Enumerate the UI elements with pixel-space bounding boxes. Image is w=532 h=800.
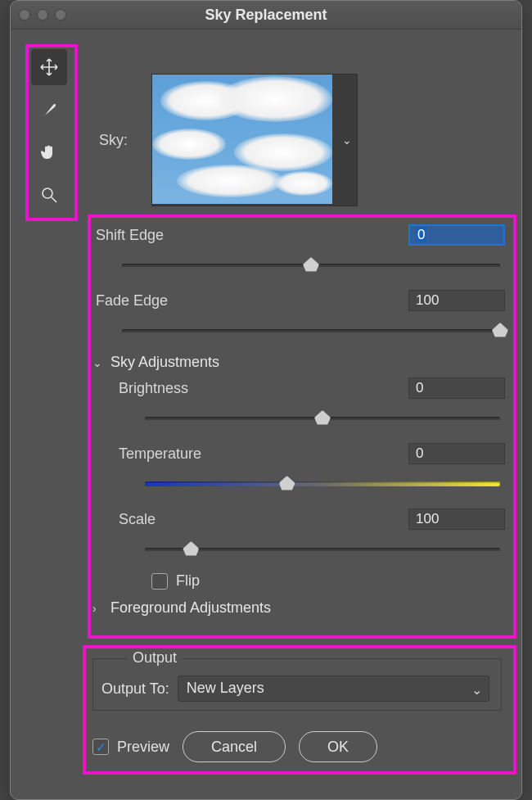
- preview-label: Preview: [117, 739, 169, 756]
- foreground-adjustments-toggle[interactable]: › Foreground Adjustments: [92, 599, 505, 617]
- brightness-slider[interactable]: [145, 409, 500, 427]
- scale-slider[interactable]: [145, 540, 500, 558]
- ok-button[interactable]: OK: [299, 731, 377, 762]
- minimize-window-icon[interactable]: [37, 9, 48, 20]
- toolstrip: [29, 49, 70, 213]
- output-legend: Output: [128, 649, 182, 667]
- temperature-label: Temperature: [119, 445, 201, 463]
- flip-label: Flip: [176, 572, 200, 590]
- zoom-icon: [39, 185, 59, 205]
- output-to-select[interactable]: New Layers: [178, 676, 489, 702]
- sky-replacement-dialog: Sky Replacement: [10, 0, 522, 800]
- output-to-label: Output To:: [101, 680, 169, 698]
- sky-adjustments-toggle[interactable]: ⌄ Sky Adjustments: [92, 354, 505, 371]
- svg-point-0: [43, 188, 52, 198]
- window-title: Sky Replacement: [205, 7, 327, 23]
- brush-icon: [39, 100, 59, 120]
- fade-edge-slider[interactable]: [122, 321, 500, 339]
- cancel-button[interactable]: Cancel: [183, 731, 286, 762]
- scale-label: Scale: [119, 511, 156, 528]
- sky-preset-dropdown[interactable]: ⌄: [151, 74, 358, 206]
- shift-edge-slider[interactable]: [122, 255, 500, 273]
- zoom-tool-button[interactable]: [31, 177, 67, 213]
- hand-icon: [39, 142, 59, 162]
- titlebar[interactable]: Sky Replacement: [11, 1, 521, 29]
- fade-edge-input[interactable]: 100: [408, 290, 505, 311]
- shift-edge-label: Shift Edge: [96, 227, 164, 244]
- chevron-down-icon: ⌄: [92, 356, 106, 369]
- move-tool-button[interactable]: [31, 49, 67, 85]
- sky-thumbnail: [152, 75, 332, 204]
- maximize-window-icon[interactable]: [55, 9, 66, 20]
- window-controls[interactable]: [19, 1, 66, 29]
- brightness-label: Brightness: [119, 380, 188, 397]
- brightness-input[interactable]: 0: [408, 377, 505, 399]
- temperature-slider[interactable]: [145, 474, 500, 492]
- preview-checkbox[interactable]: [92, 739, 109, 755]
- shift-edge-input[interactable]: 0: [408, 224, 505, 246]
- brush-tool-button[interactable]: [31, 92, 67, 128]
- temperature-input[interactable]: 0: [408, 443, 505, 464]
- chevron-right-icon: ›: [92, 602, 106, 615]
- move-icon: [39, 57, 59, 77]
- close-window-icon[interactable]: [19, 9, 30, 20]
- sky-label: Sky:: [99, 132, 148, 149]
- fade-edge-label: Fade Edge: [96, 292, 168, 310]
- scale-input[interactable]: 100: [408, 508, 505, 530]
- hand-tool-button[interactable]: [31, 134, 67, 170]
- output-fieldset: Output Output To: New Layers: [92, 658, 502, 711]
- flip-checkbox[interactable]: [151, 573, 168, 590]
- chevron-down-icon: ⌄: [342, 133, 352, 147]
